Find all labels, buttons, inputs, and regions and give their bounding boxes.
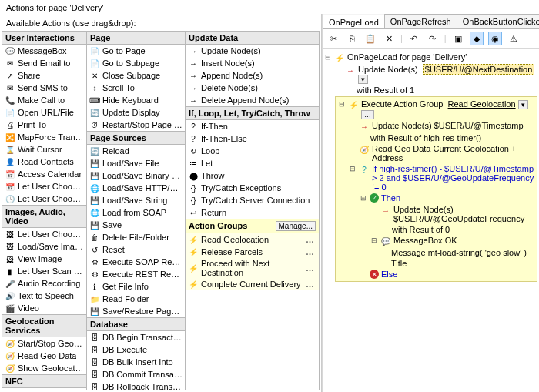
tree-collapse-icon[interactable]: ⊟ xyxy=(360,193,367,203)
toolbar-redo-icon[interactable]: ↷ xyxy=(426,32,440,45)
tree-item[interactable]: Read Geo Data Current Geolocation + Addr… xyxy=(372,144,534,162)
action-item[interactable]: 🖼Load/Save Image xyxy=(2,240,86,253)
action-item[interactable]: 🔄Reload xyxy=(87,145,185,157)
action-item[interactable]: ↩Return xyxy=(186,206,319,219)
tree-item[interactable]: MessageBox OK xyxy=(393,236,534,245)
action-item[interactable]: 💾Save xyxy=(87,219,185,231)
tree-collapse-icon[interactable]: ⊟ xyxy=(370,236,378,246)
tree-collapse-icon[interactable]: ⊟ xyxy=(324,52,332,62)
action-item[interactable]: ᯤNFC Start/Stop xyxy=(2,388,86,390)
action-item[interactable]: 🗄DB Commit Transaction xyxy=(87,368,185,380)
toolbar-toggle2-icon[interactable]: ◉ xyxy=(488,32,502,45)
action-item[interactable]: ✉Send Email to xyxy=(2,57,86,69)
tree-collapse-icon[interactable]: ⊟ xyxy=(338,99,346,109)
action-item[interactable]: 💾Load/Save File xyxy=(87,157,185,169)
more-icon[interactable]: … xyxy=(303,235,316,244)
action-tree[interactable]: ⊟ ⚡ OnPageLoad for page 'Delivery' → Upd… xyxy=(323,49,539,392)
action-item[interactable]: ⌨Hide Keyboard xyxy=(87,94,185,106)
more-icon[interactable]: … xyxy=(303,263,316,273)
action-item[interactable]: 💬MessageBox xyxy=(2,45,86,57)
action-item[interactable]: ≔Let xyxy=(186,157,319,169)
toolbar-toggle1-icon[interactable]: ◆ xyxy=(470,32,484,45)
toolbar-expand-icon[interactable]: ▣ xyxy=(451,32,465,45)
action-item[interactable]: ↗Share xyxy=(2,69,86,82)
action-item[interactable]: 🧭Start/Stop Geo Tracking xyxy=(2,337,86,350)
action-item[interactable]: →Update Node(s) xyxy=(186,45,319,57)
tree-else[interactable]: Else xyxy=(381,270,534,279)
action-item[interactable]: →Append Node(s) xyxy=(186,69,319,82)
action-item[interactable]: 🌐Load from SOAP xyxy=(87,206,185,219)
action-item[interactable]: 🔀MapForce Transfer xyxy=(2,131,86,143)
action-item[interactable]: 🖨Print To xyxy=(2,119,86,131)
more-icon[interactable]: … xyxy=(303,247,316,256)
action-item[interactable]: 🎤Audio Recording xyxy=(2,277,86,290)
action-item[interactable]: 🗄DB Execute xyxy=(87,343,185,356)
action-item[interactable]: ↻Loop xyxy=(186,145,319,157)
tree-collapse-icon[interactable]: ⊟ xyxy=(349,164,357,174)
action-item[interactable]: →Insert Node(s) xyxy=(186,57,319,69)
action-item[interactable]: ⌛Wait Cursor xyxy=(2,143,86,156)
action-item[interactable]: ✉Send SMS to xyxy=(2,82,86,94)
action-item[interactable]: ↺Reset xyxy=(87,243,185,256)
action-item[interactable]: 🔄Update Display xyxy=(87,106,185,119)
action-item[interactable]: →Delete Append Node(s) xyxy=(186,94,319,106)
action-item[interactable]: 🗄DB Rollback Transaction xyxy=(87,380,185,390)
tab-onpagerefresh[interactable]: OnPageRefresh xyxy=(384,14,457,28)
action-item[interactable]: ?If-Then xyxy=(186,120,319,132)
action-item[interactable]: 🎬Video xyxy=(2,302,86,314)
toolbar-copy-icon[interactable]: ⎘ xyxy=(345,32,359,45)
toolbar-warning-icon[interactable]: ⚠ xyxy=(507,32,521,45)
action-item[interactable]: 💾Load/Save String xyxy=(87,194,185,206)
xpath-edit-button[interactable]: ▾ xyxy=(358,75,368,84)
action-item[interactable]: 🗄DB Begin Transaction xyxy=(87,331,185,343)
action-item[interactable]: {}Try/Catch Server Connection xyxy=(186,194,319,206)
action-item[interactable]: ⬤Throw xyxy=(186,169,319,182)
dropdown-button[interactable]: ▾ xyxy=(518,100,528,109)
action-item[interactable]: ⚡Release Parcels… xyxy=(186,246,319,258)
tree-if[interactable]: If high-res-timer() - $USER/U/@Timestamp… xyxy=(372,164,534,192)
action-item[interactable]: ⚙Execute SOAP Request xyxy=(87,256,185,268)
action-item[interactable]: →Delete Node(s) xyxy=(186,82,319,94)
action-item[interactable]: 🌐Load/Save HTTP/FTP xyxy=(87,182,185,194)
action-item[interactable]: ⚡Complete Current Delivery… xyxy=(186,278,319,290)
action-item[interactable]: 📄Open URL/File xyxy=(2,106,86,119)
action-item[interactable]: 📁Read Folder xyxy=(87,293,185,305)
action-item[interactable]: 🖼View Image xyxy=(2,253,86,265)
action-item[interactable]: 🧭Read Geo Data xyxy=(2,350,86,362)
tree-item[interactable]: Update Node(s) $USER/U/@NextDestination … xyxy=(358,65,537,84)
tree-item[interactable]: Update Node(s) $USER/U/@GeoUpdateFrequen… xyxy=(393,205,534,223)
action-item[interactable]: {}Try/Catch Exceptions xyxy=(186,182,319,194)
action-item[interactable]: ⏱Restart/Stop Page Timer xyxy=(87,119,185,131)
tree-then[interactable]: Then xyxy=(381,193,534,203)
action-item[interactable]: ✕Close Subpage xyxy=(87,69,185,82)
toolbar-undo-icon[interactable]: ↶ xyxy=(407,32,421,45)
action-item[interactable]: 🗄DB Bulk Insert Into xyxy=(87,356,185,368)
tree-item[interactable]: Execute Action Group Read Geolocation ▾ … xyxy=(361,99,534,119)
toolbar-delete-icon[interactable]: ✕ xyxy=(382,32,396,45)
action-item[interactable]: 💾Load/Save Binary File xyxy=(87,169,185,182)
action-item[interactable]: ⚡Read Geolocation… xyxy=(186,233,319,246)
action-item[interactable]: 📅Access Calendar xyxy=(2,168,86,180)
manage-action-groups-button[interactable]: Manage... xyxy=(276,221,316,231)
tab-onpageload[interactable]: OnPageLoad xyxy=(323,15,385,29)
more-icon[interactable]: … xyxy=(303,280,316,289)
more-button[interactable]: … xyxy=(361,110,374,119)
action-item[interactable]: 💾Save/Restore Page Sources xyxy=(87,305,185,317)
action-item[interactable]: ℹGet File Info xyxy=(87,280,185,293)
action-item[interactable]: 🧭Show Geolocation xyxy=(2,362,86,374)
tree-item[interactable]: Update Node(s) $USER/U/@Timestamp xyxy=(372,121,534,130)
action-item[interactable]: ⚡Proceed with Next Destination… xyxy=(186,258,319,278)
action-item[interactable]: 🗑Delete File/Folder xyxy=(87,231,185,243)
action-item[interactable]: ?If-Then-Else xyxy=(186,132,319,145)
tab-onbackbuttonclicked[interactable]: OnBackButtonClicked xyxy=(457,14,539,28)
action-item[interactable]: 📞Make Call to xyxy=(2,94,86,106)
action-item[interactable]: ▮Let User Scan Barcode xyxy=(2,265,86,277)
action-item[interactable]: 🖼Let User Choose Image xyxy=(2,228,86,240)
action-item[interactable]: 📄Go to Subpage xyxy=(87,57,185,69)
action-item[interactable]: 🔊Text to Speech xyxy=(2,290,86,302)
action-item[interactable]: 📅Let User Choose Date xyxy=(2,180,86,193)
action-item[interactable]: ↕Scroll To xyxy=(87,82,185,94)
action-item[interactable]: 👤Read Contacts xyxy=(2,156,86,168)
action-item[interactable]: 📄Go to Page xyxy=(87,45,185,57)
toolbar-cut-icon[interactable]: ✂ xyxy=(326,32,340,45)
